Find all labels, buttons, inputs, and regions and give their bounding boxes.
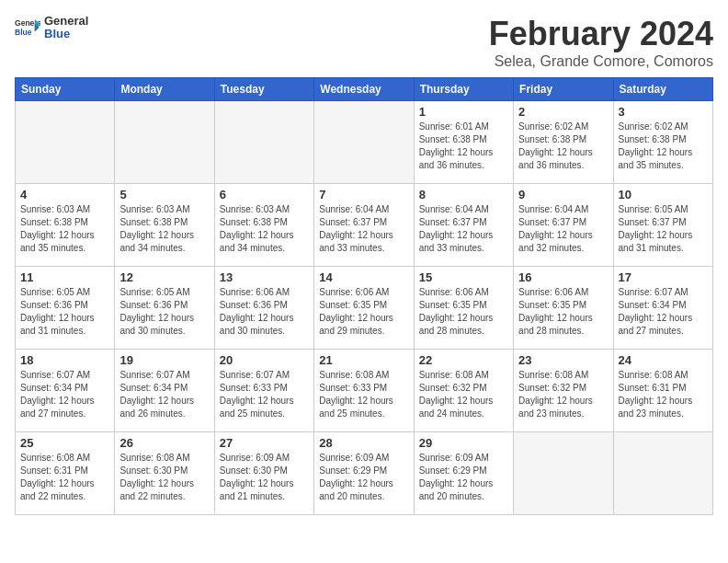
day-info: Sunrise: 6:06 AM Sunset: 6:36 PM Dayligh…	[220, 286, 309, 338]
calendar-cell: 23Sunrise: 6:08 AM Sunset: 6:32 PM Dayli…	[514, 350, 613, 432]
day-info: Sunrise: 6:05 AM Sunset: 6:37 PM Dayligh…	[619, 203, 708, 255]
logo-general-text: General	[44, 15, 88, 28]
day-number: 1	[419, 105, 508, 119]
day-number: 17	[619, 270, 708, 284]
day-number: 25	[20, 436, 109, 450]
day-info: Sunrise: 6:06 AM Sunset: 6:35 PM Dayligh…	[419, 286, 508, 338]
day-number: 14	[319, 270, 408, 284]
day-number: 29	[419, 436, 508, 450]
weekday-header-tuesday: Tuesday	[214, 78, 313, 101]
day-number: 26	[119, 436, 209, 450]
calendar-cell: 29Sunrise: 6:09 AM Sunset: 6:29 PM Dayli…	[414, 432, 513, 515]
day-info: Sunrise: 6:02 AM Sunset: 6:38 PM Dayligh…	[619, 121, 708, 172]
day-info: Sunrise: 6:08 AM Sunset: 6:31 PM Dayligh…	[619, 369, 708, 420]
day-number: 27	[220, 436, 309, 450]
calendar-cell: 13Sunrise: 6:06 AM Sunset: 6:36 PM Dayli…	[214, 267, 313, 350]
day-number: 18	[20, 353, 109, 367]
calendar-cell: 10Sunrise: 6:05 AM Sunset: 6:37 PM Dayli…	[613, 184, 712, 267]
day-info: Sunrise: 6:04 AM Sunset: 6:37 PM Dayligh…	[419, 203, 508, 255]
logo-icon: General Blue	[15, 17, 40, 38]
calendar-cell	[514, 432, 613, 515]
weekday-header-saturday: Saturday	[613, 78, 712, 101]
logo-blue-text: Blue	[44, 28, 88, 40]
calendar-cell: 18Sunrise: 6:07 AM Sunset: 6:34 PM Dayli…	[16, 350, 115, 432]
weekday-header-wednesday: Wednesday	[314, 78, 414, 101]
calendar-cell: 19Sunrise: 6:07 AM Sunset: 6:34 PM Dayli…	[115, 350, 214, 432]
week-row-5: 25Sunrise: 6:08 AM Sunset: 6:31 PM Dayli…	[16, 432, 713, 515]
day-number: 5	[119, 188, 209, 201]
calendar-cell: 1Sunrise: 6:01 AM Sunset: 6:38 PM Daylig…	[414, 101, 513, 184]
day-number: 21	[319, 353, 408, 367]
day-info: Sunrise: 6:06 AM Sunset: 6:35 PM Dayligh…	[319, 286, 408, 338]
day-info: Sunrise: 6:04 AM Sunset: 6:37 PM Dayligh…	[319, 203, 408, 255]
calendar-cell: 4Sunrise: 6:03 AM Sunset: 6:38 PM Daylig…	[16, 184, 115, 267]
weekday-header-thursday: Thursday	[414, 78, 513, 101]
calendar-cell	[314, 101, 414, 184]
calendar-cell	[16, 101, 115, 184]
calendar-cell: 15Sunrise: 6:06 AM Sunset: 6:35 PM Dayli…	[414, 267, 513, 350]
day-number: 22	[419, 353, 508, 367]
day-info: Sunrise: 6:08 AM Sunset: 6:30 PM Dayligh…	[119, 452, 209, 503]
calendar-title: February 2024	[489, 15, 713, 53]
day-number: 24	[619, 353, 708, 367]
calendar-cell: 5Sunrise: 6:03 AM Sunset: 6:38 PM Daylig…	[115, 184, 214, 267]
calendar-cell: 20Sunrise: 6:07 AM Sunset: 6:33 PM Dayli…	[214, 350, 313, 432]
day-number: 2	[518, 105, 608, 119]
calendar-cell: 28Sunrise: 6:09 AM Sunset: 6:29 PM Dayli…	[314, 432, 414, 515]
calendar-table: SundayMondayTuesdayWednesdayThursdayFrid…	[15, 77, 713, 515]
weekday-header-sunday: Sunday	[16, 78, 115, 101]
day-number: 19	[119, 353, 209, 367]
day-info: Sunrise: 6:07 AM Sunset: 6:34 PM Dayligh…	[119, 369, 209, 420]
calendar-cell	[613, 432, 712, 515]
day-number: 4	[20, 188, 109, 201]
calendar-cell: 24Sunrise: 6:08 AM Sunset: 6:31 PM Dayli…	[613, 350, 712, 432]
calendar-cell: 6Sunrise: 6:03 AM Sunset: 6:38 PM Daylig…	[214, 184, 313, 267]
day-number: 20	[220, 353, 309, 367]
week-row-3: 11Sunrise: 6:05 AM Sunset: 6:36 PM Dayli…	[16, 267, 713, 350]
day-info: Sunrise: 6:09 AM Sunset: 6:30 PM Dayligh…	[220, 452, 309, 503]
day-info: Sunrise: 6:05 AM Sunset: 6:36 PM Dayligh…	[20, 286, 109, 338]
calendar-cell	[214, 101, 313, 184]
calendar-cell: 9Sunrise: 6:04 AM Sunset: 6:37 PM Daylig…	[514, 184, 613, 267]
calendar-cell: 8Sunrise: 6:04 AM Sunset: 6:37 PM Daylig…	[414, 184, 513, 267]
svg-text:Blue: Blue	[15, 28, 32, 37]
day-info: Sunrise: 6:09 AM Sunset: 6:29 PM Dayligh…	[319, 452, 408, 503]
day-info: Sunrise: 6:07 AM Sunset: 6:34 PM Dayligh…	[20, 369, 109, 420]
week-row-1: 1Sunrise: 6:01 AM Sunset: 6:38 PM Daylig…	[16, 101, 713, 184]
day-number: 16	[518, 270, 608, 284]
day-info: Sunrise: 6:01 AM Sunset: 6:38 PM Dayligh…	[419, 121, 508, 172]
day-info: Sunrise: 6:07 AM Sunset: 6:33 PM Dayligh…	[220, 369, 309, 420]
day-number: 9	[518, 188, 608, 201]
calendar-cell	[115, 101, 214, 184]
day-number: 3	[619, 105, 708, 119]
weekday-header-friday: Friday	[514, 78, 613, 101]
logo: General Blue General Blue	[15, 15, 88, 41]
header: General Blue General Blue February 2024 …	[15, 15, 713, 70]
day-number: 11	[20, 270, 109, 284]
calendar-cell: 22Sunrise: 6:08 AM Sunset: 6:32 PM Dayli…	[414, 350, 513, 432]
weekday-header-row: SundayMondayTuesdayWednesdayThursdayFrid…	[16, 78, 713, 101]
calendar-cell: 2Sunrise: 6:02 AM Sunset: 6:38 PM Daylig…	[514, 101, 613, 184]
day-info: Sunrise: 6:08 AM Sunset: 6:31 PM Dayligh…	[20, 452, 109, 503]
day-info: Sunrise: 6:02 AM Sunset: 6:38 PM Dayligh…	[518, 121, 608, 172]
day-number: 15	[419, 270, 508, 284]
day-number: 7	[319, 188, 408, 201]
day-info: Sunrise: 6:08 AM Sunset: 6:32 PM Dayligh…	[518, 369, 608, 420]
calendar-cell: 11Sunrise: 6:05 AM Sunset: 6:36 PM Dayli…	[16, 267, 115, 350]
day-info: Sunrise: 6:04 AM Sunset: 6:37 PM Dayligh…	[518, 203, 608, 255]
day-info: Sunrise: 6:03 AM Sunset: 6:38 PM Dayligh…	[119, 203, 209, 255]
day-info: Sunrise: 6:03 AM Sunset: 6:38 PM Dayligh…	[220, 203, 309, 255]
calendar-cell: 25Sunrise: 6:08 AM Sunset: 6:31 PM Dayli…	[16, 432, 115, 515]
day-info: Sunrise: 6:03 AM Sunset: 6:38 PM Dayligh…	[20, 203, 109, 255]
weekday-header-monday: Monday	[115, 78, 214, 101]
calendar-cell: 21Sunrise: 6:08 AM Sunset: 6:33 PM Dayli…	[314, 350, 414, 432]
calendar-cell: 12Sunrise: 6:05 AM Sunset: 6:36 PM Dayli…	[115, 267, 214, 350]
calendar-cell: 17Sunrise: 6:07 AM Sunset: 6:34 PM Dayli…	[613, 267, 712, 350]
day-info: Sunrise: 6:08 AM Sunset: 6:32 PM Dayligh…	[419, 369, 508, 420]
calendar-cell: 16Sunrise: 6:06 AM Sunset: 6:35 PM Dayli…	[514, 267, 613, 350]
day-info: Sunrise: 6:09 AM Sunset: 6:29 PM Dayligh…	[419, 452, 508, 503]
day-info: Sunrise: 6:05 AM Sunset: 6:36 PM Dayligh…	[119, 286, 209, 338]
calendar-cell: 3Sunrise: 6:02 AM Sunset: 6:38 PM Daylig…	[613, 101, 712, 184]
day-info: Sunrise: 6:07 AM Sunset: 6:34 PM Dayligh…	[619, 286, 708, 338]
calendar-cell: 14Sunrise: 6:06 AM Sunset: 6:35 PM Dayli…	[314, 267, 414, 350]
